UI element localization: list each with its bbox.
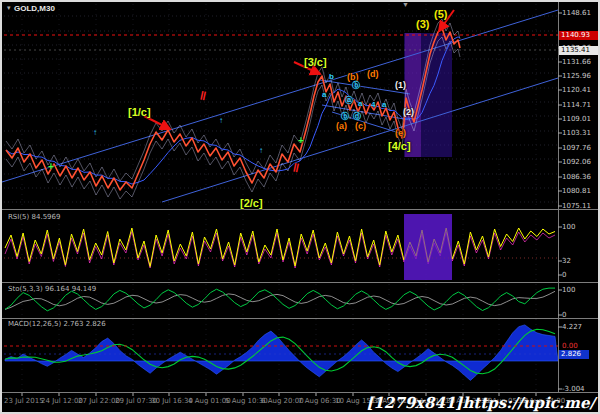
indicator-axis-label: 0 xyxy=(562,272,566,279)
wave-annotation: ⓑ xyxy=(341,113,349,121)
stochastic-indicator-label: Sto(5,3,3) 96.164 94.149 xyxy=(8,286,96,293)
wave-annotation: (1) xyxy=(395,81,406,90)
macd-value-label: 2.826 xyxy=(559,350,589,359)
wave-annotation: (3) xyxy=(416,19,429,30)
price-axis-label: 1097.76 xyxy=(562,145,591,152)
wave-annotation: [4/c] xyxy=(388,141,411,152)
macd-indicator-label: MACD(12,26,5) 2.763 2.826 xyxy=(8,321,106,328)
price-axis-label: 1103.31 xyxy=(562,130,591,137)
stoch-signal-line xyxy=(5,291,555,309)
price-axis-label: 1092.06 xyxy=(562,159,591,166)
wave-annotation: [1/c] xyxy=(128,107,151,118)
rsi-highlight-box xyxy=(404,214,452,280)
wave-annotation: (a) xyxy=(336,122,347,131)
wave-annotation: ↑ xyxy=(93,129,97,137)
alert-price-label: 1140.93 xyxy=(559,31,600,40)
wave-annotation: (e) xyxy=(395,129,406,138)
price-axis-label: 1075.11 xyxy=(562,203,591,210)
macd-zero-label: 0.00 xyxy=(562,343,578,350)
wave-annotation: 4 xyxy=(371,101,375,109)
price-axis-label: 1148.61 xyxy=(562,10,591,17)
wave-annotation: [3/c] xyxy=(304,57,327,68)
wave-annotation: ⓑ xyxy=(352,82,360,90)
wave-annotation: ⓐ xyxy=(345,97,353,105)
indicator-axis-label: 32 xyxy=(562,258,571,265)
indicator-axis-label: 100 xyxy=(562,287,575,294)
wave-annotation: a xyxy=(322,91,326,99)
wave-annotation: + xyxy=(48,162,54,172)
time-axis-label: 30 Jul 16:30 xyxy=(151,398,193,405)
wave-annotation: ↑ xyxy=(219,117,223,125)
rsi-indicator-label: RSI(5) 84.5969 xyxy=(8,214,60,221)
indicator-axis-label: 4.227 xyxy=(562,324,582,331)
wave-annotation: (5) xyxy=(434,9,447,20)
mt4-chart-window: ▾ GOLD,M30 ▼ 1148.611137.261131.661125.9… xyxy=(0,0,600,414)
wave-annotation: ↑ xyxy=(259,147,263,155)
price-axis-label: 1109.01 xyxy=(562,116,591,123)
indicator-axis-label: -3.004 xyxy=(562,386,585,393)
band-upper xyxy=(6,19,460,181)
trendline[interactable] xyxy=(2,10,558,182)
wave-annotation: + xyxy=(298,136,304,146)
price-axis-label: 1080.81 xyxy=(562,188,591,195)
chart-canvas[interactable] xyxy=(2,2,600,414)
wave-annotation: (d) xyxy=(367,70,379,79)
chart-symbol-title: GOLD,M30 xyxy=(14,5,55,13)
price-axis-label: 1120.41 xyxy=(562,87,591,94)
price-axis-label: 1086.36 xyxy=(562,174,591,181)
indicator-axis-label: 0 xyxy=(562,312,566,319)
time-axis-label: 24 Jul 12:00 xyxy=(41,398,83,405)
wave-annotation: [2/c] xyxy=(240,198,263,209)
wave-annotation: b xyxy=(329,73,334,81)
wave-annotation: a xyxy=(358,100,362,108)
watermark-caption: [1279x841]https://upic.me/ xyxy=(366,394,595,412)
price-axis-label: 1114.71 xyxy=(562,102,591,109)
price-axis-label: 1125.96 xyxy=(562,73,591,80)
trendline[interactable] xyxy=(162,78,558,202)
time-axis-label: 27 Jul 22:00 xyxy=(78,398,120,405)
wave-annotation: (c) xyxy=(355,122,366,131)
wave-annotation: ⓓ xyxy=(353,113,361,121)
time-axis-label: 23 Jul 2015 xyxy=(4,398,44,405)
symbol-icon: ▾ xyxy=(7,4,11,11)
bid-price-label: 1135.41 xyxy=(559,46,600,55)
indicator-axis-label: 100 xyxy=(562,224,575,231)
wave-annotation: a xyxy=(382,101,386,109)
price-axis-label: 1131.66 xyxy=(562,59,591,66)
period-marker-icon: ▼ xyxy=(402,1,409,8)
wave-annotation: (2) xyxy=(403,108,414,117)
